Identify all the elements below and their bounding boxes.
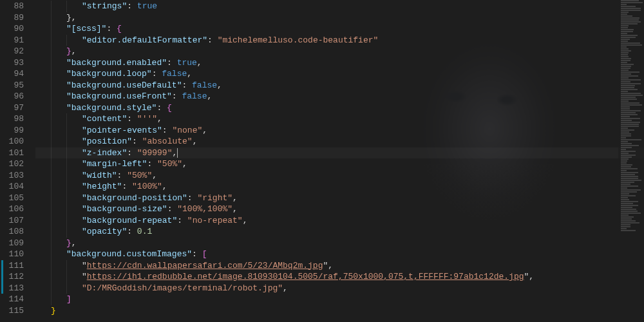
minimap-line xyxy=(621,23,638,24)
line-number: 100 xyxy=(0,136,24,147)
minimap-line xyxy=(621,44,642,46)
token-punc: : xyxy=(156,103,167,113)
token-punc: , xyxy=(197,58,202,68)
token-key: "editor.defaultFormatter" xyxy=(82,35,207,45)
token-key: "background-repeat" xyxy=(82,216,177,225)
line-number: 114 xyxy=(0,294,24,305)
code-line[interactable]: "background.useDefault": false, xyxy=(35,80,644,91)
code-line[interactable]: "background.enabled": true, xyxy=(35,57,644,69)
code-line[interactable]: "https://cdn.wallpapersafari.com/5/23/AM… xyxy=(35,260,644,272)
minimap-line xyxy=(621,116,630,117)
minimap-line xyxy=(621,224,630,225)
token-punc: , xyxy=(232,204,238,214)
line-number: 88 xyxy=(0,1,24,12)
code-line[interactable]: "background.style": { xyxy=(35,102,644,114)
code-line[interactable]: "background.useFront": false, xyxy=(35,91,644,102)
code-line[interactable]: "margin-left": "50%", xyxy=(35,158,644,170)
code-line[interactable]: ] xyxy=(35,294,644,305)
minimap-line xyxy=(621,114,638,115)
code-line[interactable]: "background.loop": false, xyxy=(35,68,644,80)
line-number: 107 xyxy=(0,215,24,227)
code-line[interactable]: }, xyxy=(35,46,644,57)
token-punc: , xyxy=(152,171,157,180)
minimap-line xyxy=(621,160,627,162)
minimap-line xyxy=(621,185,638,187)
code-line[interactable]: "background.customImages": [ xyxy=(35,249,644,260)
token-str: "99999" xyxy=(137,148,173,158)
token-key: "background.customImages" xyxy=(66,249,192,259)
minimap-line xyxy=(621,143,632,144)
token-punc: : xyxy=(172,91,182,101)
minimap-line xyxy=(621,205,638,206)
minimap-line xyxy=(621,112,636,113)
line-number: 113 xyxy=(0,283,24,294)
minimap-line xyxy=(621,176,638,177)
minimap-line xyxy=(621,60,630,61)
token-punc: , xyxy=(193,137,198,146)
token-punc: " xyxy=(82,261,87,270)
token-punc: : xyxy=(152,69,162,79)
code-line[interactable]: "D:/MRGoddish/images/terminal/robot.jpg"… xyxy=(35,283,644,294)
code-line[interactable]: }, xyxy=(35,12,644,24)
code-editor[interactable]: 8889909192939495969798991001011021031041… xyxy=(0,0,644,322)
line-number: 90 xyxy=(0,23,24,35)
code-line[interactable]: "https://ih1.redbubble.net/image.8109301… xyxy=(35,271,644,283)
minimap-line xyxy=(621,128,628,129)
token-key: "margin-left" xyxy=(82,159,147,169)
code-line[interactable]: "background-repeat": "no-repeat", xyxy=(35,215,644,227)
code-line[interactable]: "editor.defaultFormatter": "michelemellu… xyxy=(35,35,644,46)
token-punc: , xyxy=(182,159,187,169)
code-line[interactable]: "z-index": "99999", xyxy=(35,147,644,159)
minimap-line xyxy=(621,100,629,102)
minimap-line xyxy=(621,102,639,104)
line-number: 94 xyxy=(0,68,24,80)
code-line[interactable]: "position": "absolute", xyxy=(35,136,644,147)
minimap-line xyxy=(621,108,630,109)
minimap-line xyxy=(621,220,636,222)
token-key: "background-size" xyxy=(82,204,167,214)
token-punc: : xyxy=(177,216,187,225)
code-line[interactable]: "background-position": "right", xyxy=(35,193,644,204)
code-line[interactable]: } xyxy=(35,305,644,317)
minimap-line xyxy=(621,17,639,19)
token-key: "background-position" xyxy=(82,193,187,203)
token-brace2: [ xyxy=(202,249,207,259)
minimap-line xyxy=(621,209,636,210)
code-line[interactable]: }, xyxy=(35,238,644,249)
minimap-line xyxy=(621,104,642,106)
minimap-line xyxy=(621,6,636,7)
code-line[interactable]: "content": "''", xyxy=(35,113,644,125)
token-key: "height" xyxy=(82,182,122,191)
token-punc: : xyxy=(207,35,218,45)
code-line[interactable]: "background-size": "100%,100%", xyxy=(35,204,644,215)
minimap-line xyxy=(621,41,628,42)
minimap-line xyxy=(621,184,630,185)
minimap-line xyxy=(621,21,641,23)
minimap-line xyxy=(621,2,643,3)
code-line[interactable]: "strings": true xyxy=(35,1,644,12)
minimap-line xyxy=(621,122,640,123)
code-line[interactable]: "pointer-events": "none", xyxy=(35,125,644,137)
code-line[interactable]: "opacity": 0.1 xyxy=(35,226,644,238)
token-key: "width" xyxy=(82,171,117,180)
token-str: "absolute" xyxy=(142,137,193,146)
line-number: 110 xyxy=(0,249,24,260)
token-punc: : xyxy=(167,204,178,214)
code-line[interactable]: "[scss]": { xyxy=(35,23,644,35)
minimap[interactable] xyxy=(618,0,644,322)
minimap-line xyxy=(621,29,634,30)
code-content[interactable]: "strings": true},"[scss]": {"editor.defa… xyxy=(35,0,644,322)
minimap-line xyxy=(621,155,636,156)
code-line[interactable]: "width": "50%", xyxy=(35,170,644,182)
token-key: "content" xyxy=(82,114,127,124)
token-bool: true xyxy=(137,1,157,11)
token-str: "D:/MRGoddish/images/terminal/robot.jpg" xyxy=(82,283,283,293)
line-number: 106 xyxy=(0,204,24,215)
token-key: "z-index" xyxy=(82,148,127,158)
minimap-line xyxy=(621,197,628,198)
minimap-line xyxy=(621,149,626,150)
code-line[interactable]: "height": "100%", xyxy=(35,181,644,193)
text-cursor xyxy=(177,148,178,158)
minimap-line xyxy=(621,170,627,171)
minimap-line xyxy=(621,46,627,48)
